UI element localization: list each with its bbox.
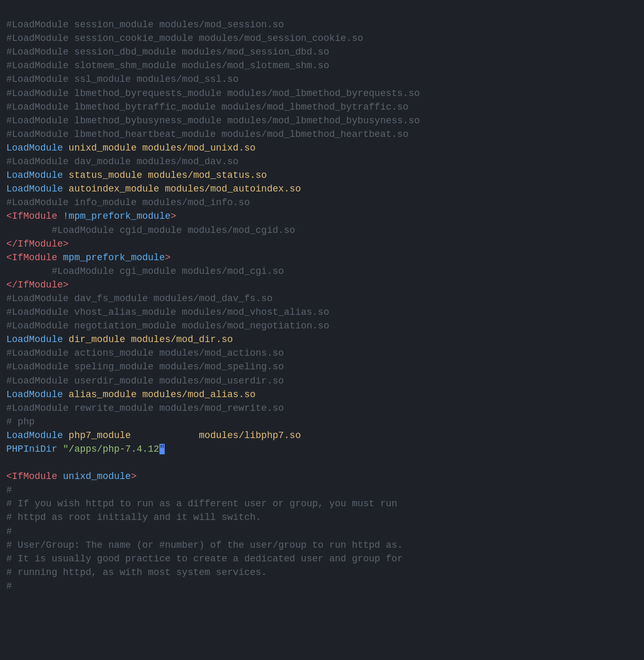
module-text: autoindex_module modules/mod_autoindex.s…: [63, 184, 301, 194]
line-2: #LoadModule session_cookie_module module…: [6, 33, 363, 44]
line-18: <IfModule mpm_prefork_module>: [6, 252, 170, 263]
comment-text: #LoadModule session_cookie_module module…: [6, 33, 363, 44]
comment-text: #LoadModule lbmethod_bybusyness_module m…: [6, 115, 420, 126]
comment-text: #LoadModule lbmethod_heartbeat_module mo…: [6, 129, 409, 140]
tag-text: <IfModule: [6, 252, 63, 263]
line-26: #LoadModule speling_module modules/mod_s…: [6, 361, 284, 372]
line-21: #LoadModule dav_fs_module modules/mod_da…: [6, 293, 273, 304]
comment-text: # It is usually good practice to create …: [6, 553, 403, 564]
keyword-loadmodule: LoadModule: [6, 334, 63, 345]
comment-text: #LoadModule userdir_module modules/mod_u…: [6, 376, 284, 386]
line-30: # php: [6, 417, 35, 427]
comment-text: #LoadModule ssl_module modules/mod_ssl.s…: [6, 74, 239, 84]
keyword-loadmodule: LoadModule: [6, 143, 63, 153]
comment-text: #LoadModule session_module modules/mod_s…: [6, 19, 284, 30]
line-22: #LoadModule vhost_alias_module modules/m…: [6, 307, 329, 317]
line-12: LoadModule status_module modules/mod_sta…: [6, 170, 267, 180]
comment-text: #LoadModule info_module modules/mod_info…: [6, 197, 250, 208]
comment-text: #LoadModule actions_module modules/mod_a…: [6, 348, 284, 358]
line-13: LoadModule autoindex_module modules/mod_…: [6, 184, 301, 194]
line-17: </IfModule>: [6, 239, 69, 249]
line-3: #LoadModule session_dbd_module modules/m…: [6, 47, 329, 57]
line-9: #LoadModule lbmethod_heartbeat_module mo…: [6, 129, 409, 140]
line-38: #: [6, 526, 12, 537]
text-cursor: ": [159, 444, 165, 454]
line-10: LoadModule unixd_module modules/mod_unix…: [6, 143, 255, 153]
line-8: #LoadModule lbmethod_bybusyness_module m…: [6, 115, 420, 126]
comment-text: #LoadModule session_dbd_module modules/m…: [6, 47, 329, 57]
line-31: LoadModule php7_module modules/libphp7.s…: [6, 430, 301, 441]
line-20: </IfModule>: [6, 280, 69, 290]
tag-text: <IfModule: [6, 211, 63, 221]
tag-end-text: </IfModule>: [6, 280, 69, 290]
tag-inner-text: !mpm_prefork_module: [63, 211, 170, 221]
tag-inner-text: mpm_prefork_module: [63, 252, 165, 263]
comment-text: #LoadModule lbmethod_byrequests_module m…: [6, 88, 420, 99]
tag-text: <IfModule: [6, 471, 63, 482]
tag-text: >: [170, 211, 176, 221]
line-15: <IfModule !mpm_prefork_module>: [6, 211, 176, 221]
keyword-loadmodule: LoadModule: [6, 430, 63, 441]
line-39: # User/Group: The name (or #number) of t…: [6, 540, 403, 550]
comment-text: #: [6, 485, 12, 495]
code-editor: #LoadModule session_module modules/mod_s…: [6, 4, 638, 593]
line-29: #LoadModule rewrite_module modules/mod_r…: [6, 403, 284, 413]
line-34: <IfModule unixd_module>: [6, 471, 136, 482]
comment-text: #: [6, 581, 12, 591]
line-6: #LoadModule lbmethod_byrequests_module m…: [6, 88, 420, 99]
comment-text: # If you wish httpd to run as a differen…: [6, 498, 397, 509]
phpinidir-value: "/apps/php-7.4.12": [57, 444, 165, 454]
comment-text: #LoadModule dav_fs_module modules/mod_da…: [6, 293, 273, 304]
comment-text: #LoadModule cgid_module modules/mod_cgid…: [6, 225, 295, 236]
comment-text: #LoadModule dav_module modules/mod_dav.s…: [6, 156, 239, 167]
comment-text: #LoadModule vhost_alias_module modules/m…: [6, 307, 329, 317]
line-19: #LoadModule cgi_module modules/mod_cgi.s…: [6, 266, 284, 276]
line-28: LoadModule alias_module modules/mod_alia…: [6, 389, 255, 400]
line-4: #LoadModule slotmem_shm_module modules/m…: [6, 60, 329, 71]
comment-text: #LoadModule negotiation_module modules/m…: [6, 321, 329, 331]
comment-text: # running httpd, as with most system ser…: [6, 567, 267, 578]
keyword-loadmodule: LoadModule: [6, 184, 63, 194]
line-37: # httpd as root initially and it will sw…: [6, 512, 261, 523]
tag-text: >: [165, 252, 170, 263]
module-text: unixd_module modules/mod_unixd.so: [63, 143, 255, 153]
line-41: # running httpd, as with most system ser…: [6, 567, 267, 578]
module-text: status_module modules/mod_status.so: [63, 170, 267, 180]
line-23: #LoadModule negotiation_module modules/m…: [6, 321, 329, 331]
line-35: #: [6, 485, 12, 495]
line-16: #LoadModule cgid_module modules/mod_cgid…: [6, 225, 295, 236]
tag-inner-text: unixd_module: [63, 471, 131, 482]
comment-text: #LoadModule cgi_module modules/mod_cgi.s…: [6, 266, 284, 276]
comment-text: #LoadModule slotmem_shm_module modules/m…: [6, 60, 329, 71]
line-42: #: [6, 581, 12, 591]
line-1: #LoadModule session_module modules/mod_s…: [6, 19, 284, 30]
line-36: # If you wish httpd to run as a differen…: [6, 498, 397, 509]
tag-end-text: </IfModule>: [6, 239, 69, 249]
keyword-loadmodule: LoadModule: [6, 389, 63, 400]
comment-text: #: [6, 526, 12, 537]
module-text: alias_module modules/mod_alias.so: [63, 389, 255, 400]
comment-text: #LoadModule speling_module modules/mod_s…: [6, 361, 284, 372]
line-11: #LoadModule dav_module modules/mod_dav.s…: [6, 156, 239, 167]
line-25: #LoadModule actions_module modules/mod_a…: [6, 348, 284, 358]
keyword-loadmodule: LoadModule: [6, 170, 63, 180]
comment-text: #LoadModule rewrite_module modules/mod_r…: [6, 403, 284, 413]
line-14: #LoadModule info_module modules/mod_info…: [6, 197, 250, 208]
comment-text: # php: [6, 417, 35, 427]
comment-text: #LoadModule lbmethod_bytraffic_module mo…: [6, 102, 409, 112]
line-40: # It is usually good practice to create …: [6, 553, 403, 564]
tag-text: >: [131, 471, 137, 482]
line-32: PHPIniDir "/apps/php-7.4.12": [6, 444, 165, 454]
line-7: #LoadModule lbmethod_bytraffic_module mo…: [6, 102, 409, 112]
line-24: LoadModule dir_module modules/mod_dir.so: [6, 334, 233, 345]
module-text: dir_module modules/mod_dir.so: [63, 334, 233, 345]
module-text: php7_module modules/libphp7.so: [63, 430, 301, 441]
comment-text: # httpd as root initially and it will sw…: [6, 512, 261, 523]
line-5: #LoadModule ssl_module modules/mod_ssl.s…: [6, 74, 239, 84]
line-27: #LoadModule userdir_module modules/mod_u…: [6, 376, 284, 386]
keyword-phpinidir: PHPIniDir: [6, 444, 57, 454]
comment-text: # User/Group: The name (or #number) of t…: [6, 540, 403, 550]
